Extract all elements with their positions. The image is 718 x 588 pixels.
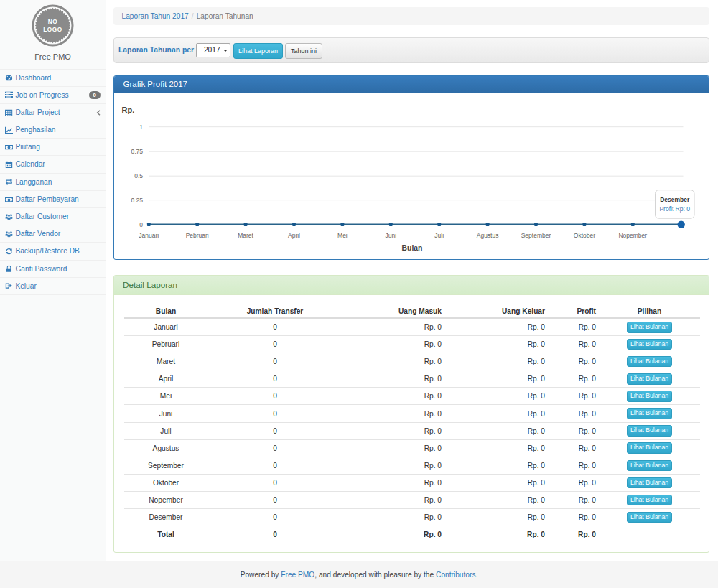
svg-text:Bulan: Bulan: [402, 243, 423, 251]
svg-text:Juni: Juni: [386, 232, 397, 239]
svg-text:Januari: Januari: [139, 232, 159, 239]
svg-text:0.25: 0.25: [131, 196, 143, 203]
svg-text:Profit Rp: 0: Profit Rp: 0: [659, 205, 690, 212]
svg-text:Agustus: Agustus: [477, 232, 499, 239]
svg-text:April: April: [288, 232, 300, 239]
svg-text:Pebruari: Pebruari: [186, 232, 209, 239]
svg-text:Nopember: Nopember: [618, 232, 647, 239]
svg-text:Mei: Mei: [337, 232, 348, 239]
svg-text:Maret: Maret: [238, 232, 253, 239]
svg-text:Juli: Juli: [434, 232, 444, 239]
svg-text:Oktober: Oktober: [574, 232, 595, 239]
svg-text:NO: NO: [48, 19, 58, 25]
svg-text:0.75: 0.75: [131, 148, 143, 155]
svg-text:Desember: Desember: [660, 196, 690, 203]
svg-text:LOGO: LOGO: [43, 27, 62, 33]
svg-text:0: 0: [139, 220, 143, 228]
svg-text:1: 1: [139, 123, 143, 130]
svg-text:Rp.: Rp.: [122, 106, 135, 114]
svg-text:September: September: [521, 232, 551, 239]
svg-text:0.5: 0.5: [134, 172, 143, 179]
